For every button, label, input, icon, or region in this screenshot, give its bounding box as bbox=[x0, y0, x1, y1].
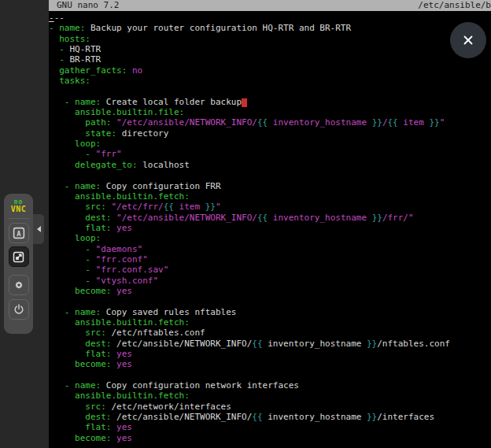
editor-line: flat: yes bbox=[49, 223, 491, 233]
editor-line: ansible.builtin.fetch: bbox=[49, 191, 491, 202]
editor-buffer[interactable]: ---- name: Backup your router configurat… bbox=[49, 11, 491, 443]
editor-line: dest: "/etc/ansible/NETWORK_INFO/{{ inve… bbox=[49, 213, 491, 223]
novnc-control-bar: no VNC A bbox=[4, 194, 33, 334]
code-segment: / bbox=[382, 117, 388, 128]
code-segment: become: bbox=[49, 359, 111, 369]
code-segment: {{ bbox=[164, 202, 174, 212]
code-segment: {{ bbox=[388, 117, 398, 128]
code-segment: src: bbox=[49, 202, 106, 212]
collapse-arrow-icon bbox=[37, 226, 41, 232]
code-segment: - name: bbox=[49, 380, 101, 391]
code-segment: "/etc/ansible/NETWORK_INFO/ bbox=[116, 213, 257, 223]
settings-button[interactable] bbox=[9, 275, 29, 295]
editor-line: loop: bbox=[49, 233, 491, 243]
gear-icon bbox=[13, 279, 25, 291]
code-segment: /etc/ansible/NETWORK_INFO/ bbox=[111, 339, 252, 349]
close-icon bbox=[461, 33, 475, 47]
editor-line: src: /etc/nftables.conf bbox=[49, 328, 491, 338]
code-segment: tasks: bbox=[49, 76, 90, 86]
editor-line: - "frr.conf.sav" bbox=[49, 265, 491, 275]
editor-line: ansible.builtin.file: bbox=[49, 107, 491, 117]
editor-line: ansible.builtin.fetch: bbox=[49, 391, 491, 401]
code-segment: "frr" bbox=[96, 149, 122, 159]
editor-line: hosts: bbox=[49, 34, 491, 44]
editor-line: gather_facts: no bbox=[49, 65, 491, 76]
close-button[interactable] bbox=[450, 22, 486, 58]
code-segment: "/etc/frr/ bbox=[111, 202, 163, 212]
code-segment: item bbox=[174, 202, 205, 212]
code-segment: - bbox=[49, 54, 70, 65]
code-segment: become: bbox=[49, 286, 111, 296]
code-segment: - bbox=[49, 254, 96, 265]
code-segment: become: bbox=[49, 433, 111, 443]
code-segment: {{ bbox=[252, 412, 262, 422]
code-segment: directory bbox=[116, 128, 168, 139]
code-segment: /nftables.conf bbox=[377, 339, 450, 349]
code-segment: flat: bbox=[49, 223, 111, 233]
code-segment: flat: bbox=[49, 349, 111, 359]
code-segment: " bbox=[440, 117, 445, 128]
editor-line: state: directory bbox=[49, 128, 491, 139]
code-segment bbox=[127, 65, 132, 76]
code-segment: delegate_to: bbox=[49, 160, 138, 170]
code-segment: ansible.builtin.fetch: bbox=[49, 317, 190, 328]
keyboard-key-icon: A bbox=[13, 227, 25, 239]
code-segment: "vtysh.conf" bbox=[96, 276, 158, 286]
code-segment: Copy configuration network interfaces bbox=[101, 380, 299, 391]
novnc-logo: no VNC bbox=[11, 199, 27, 213]
code-segment: /etc/network/interfaces bbox=[106, 402, 231, 412]
code-segment: ansible.builtin.fetch: bbox=[49, 391, 190, 401]
code-segment: - name: bbox=[49, 23, 85, 33]
editor-line: path: "/etc/ansible/NETWORK_INFO/{{ inve… bbox=[49, 117, 491, 128]
code-segment: }} bbox=[372, 213, 382, 223]
code-segment: /interfaces bbox=[377, 412, 434, 422]
editor-line: src: "/etc/frr/{{ item }}" bbox=[49, 202, 491, 212]
code-segment: /etc/ansible/NETWORK_INFO/ bbox=[111, 412, 252, 422]
svg-text:A: A bbox=[17, 230, 21, 238]
code-segment: Backup your router configuration HQ-RTR … bbox=[85, 23, 351, 33]
code-segment: }} bbox=[367, 339, 377, 349]
code-segment: flat: bbox=[49, 422, 111, 432]
editor-line: flat: yes bbox=[49, 422, 491, 432]
code-segment: - bbox=[49, 44, 70, 54]
code-segment: loop: bbox=[49, 139, 101, 149]
code-segment: - bbox=[49, 276, 96, 286]
code-segment: }} bbox=[430, 117, 440, 128]
code-segment: Copy configuration FRR bbox=[101, 181, 220, 191]
code-segment: "daemons" bbox=[96, 244, 143, 254]
editor-line: - name: Create local folder backup bbox=[49, 97, 491, 107]
code-segment: hosts: bbox=[49, 34, 90, 44]
editor-line: - name: Copy configuration network inter… bbox=[49, 380, 491, 391]
terminal-window[interactable]: GNU nano 7.2 /etc/ansible/b ---- name: B… bbox=[49, 0, 491, 448]
code-segment: "frr.conf" bbox=[96, 254, 148, 265]
divider bbox=[9, 218, 29, 219]
novnc-logo-bottom: VNC bbox=[11, 205, 27, 213]
keyboard-button[interactable]: A bbox=[9, 223, 29, 243]
code-segment: " bbox=[216, 202, 221, 212]
code-segment: inventory_hostname bbox=[263, 339, 367, 349]
code-segment: "/etc/ansible/NETWORK_INFO/ bbox=[116, 117, 257, 128]
editor-line: become: yes bbox=[49, 359, 491, 369]
editor-line: - name: Backup your router configuration… bbox=[49, 23, 491, 33]
code-segment: Copy saved rules nftables bbox=[101, 307, 236, 317]
code-segment: dest: bbox=[49, 339, 111, 349]
fullscreen-button[interactable] bbox=[9, 246, 29, 267]
editor-line: delegate_to: localhost bbox=[49, 160, 491, 170]
editor-line: become: yes bbox=[49, 433, 491, 443]
code-segment: inventory_hostname bbox=[263, 412, 367, 422]
editor-line bbox=[49, 170, 491, 180]
editor-line: --- bbox=[49, 13, 491, 23]
editor-line bbox=[49, 86, 491, 96]
editor-line: - name: Copy configuration FRR bbox=[49, 181, 491, 191]
control-bar-handle[interactable] bbox=[33, 214, 44, 244]
editor-line: - "vtysh.conf" bbox=[49, 276, 491, 286]
editor-line: loop: bbox=[49, 139, 491, 149]
editor-line: - BR-RTR bbox=[49, 54, 491, 65]
code-segment: dest: bbox=[49, 412, 111, 422]
editor-line: ansible.builtin.fetch: bbox=[49, 317, 491, 328]
code-segment: ansible.builtin.fetch: bbox=[49, 191, 190, 202]
code-segment: inventory_hostname bbox=[268, 213, 371, 223]
code-segment: item bbox=[398, 117, 430, 128]
code-segment: yes bbox=[116, 359, 132, 369]
power-button[interactable] bbox=[9, 299, 29, 320]
